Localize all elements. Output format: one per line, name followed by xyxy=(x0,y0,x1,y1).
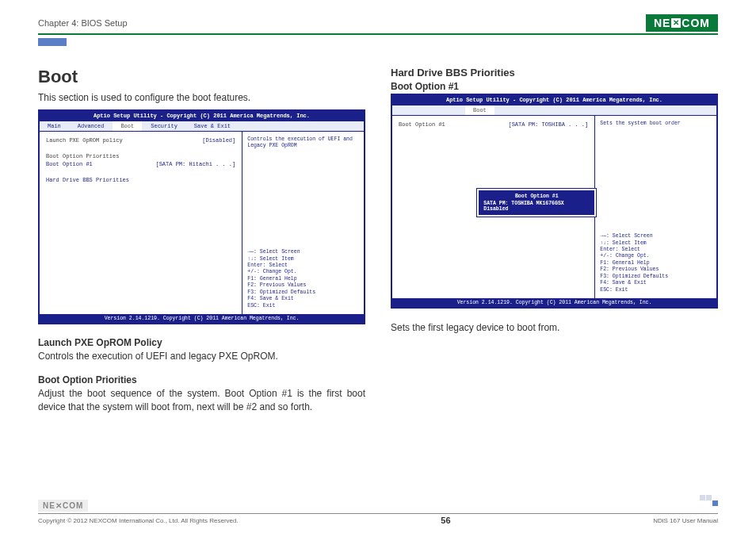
subsection-desc: Sets the first legacy device to boot fro… xyxy=(391,321,718,335)
bios-footer: Version 2.14.1219. Copyright (C) 2011 Am… xyxy=(40,314,364,323)
bios-tab-boot[interactable]: Boot xyxy=(113,121,143,131)
bios-screenshot-bbs: Aptio Setup Utility - Copyright (C) 2011… xyxy=(391,94,718,309)
bios-option[interactable]: Boot Option #1 xyxy=(399,121,445,128)
bios-popup[interactable]: Boot Option #1 SATA PM: TOSHIBA MK1676GS… xyxy=(477,189,596,217)
bios-tab-advanced[interactable]: Advanced xyxy=(70,121,113,131)
logo-x-icon: ✕ xyxy=(671,18,681,28)
copyright-text: Copyright © 2012 NEXCOM International Co… xyxy=(38,517,239,524)
bios-screenshot-boot: Aptio Setup Utility - Copyright (C) 2011… xyxy=(38,109,365,324)
subsection-desc: Adjust the boot sequence of the system. … xyxy=(38,387,365,414)
bios-value: [Disabled] xyxy=(202,137,235,144)
bios-tabs: Boot xyxy=(392,105,716,116)
key-hint: ↑↓: Select Item xyxy=(600,240,712,247)
key-hint: +/-: Change Opt. xyxy=(600,253,712,259)
subsection-title: Launch PXE OpROM Policy xyxy=(38,337,365,348)
bios-options-pane: Launch PXE OpROM policy[Disabled] Boot O… xyxy=(40,132,242,314)
key-hint: F4: Save & Exit xyxy=(247,296,359,302)
key-hint: F4: Save & Exit xyxy=(600,280,712,286)
page-footer: NE✕COM Copyright © 2012 NEXCOM Internati… xyxy=(38,500,718,525)
bios-key-legend: →←: Select Screen ↑↓: Select Item Enter:… xyxy=(600,233,712,293)
bios-tab-main[interactable]: Main xyxy=(40,121,70,131)
manual-name: NDiS 167 User Manual xyxy=(653,517,718,524)
bios-tab-security[interactable]: Security xyxy=(143,121,186,131)
footer-logo: NE✕COM xyxy=(38,500,88,512)
bios-value: [SATA PM: TOSHIBA . . .] xyxy=(508,121,588,128)
bios-options-pane: Boot Option #1[SATA PM: TOSHIBA . . .] B… xyxy=(392,116,595,298)
section-intro: This section is used to configure the bo… xyxy=(38,92,365,103)
bios-title: Aptio Setup Utility - Copyright (C) 2011… xyxy=(40,111,364,121)
key-hint: F3: Optimized Defaults xyxy=(247,290,359,296)
chapter-label: Chapter 4: BIOS Setup xyxy=(38,18,128,28)
key-hint: F2: Previous Values xyxy=(247,282,359,289)
key-hint: ESC: Exit xyxy=(247,303,359,309)
logo-text: NE xyxy=(654,17,670,29)
logo-text: NE xyxy=(43,501,55,510)
key-hint: ESC: Exit xyxy=(600,287,712,293)
key-hint: F1: General Help xyxy=(600,260,712,266)
bios-heading: Boot Option Priorities xyxy=(46,153,119,159)
left-column: Boot This section is used to configure t… xyxy=(38,67,365,424)
key-hint: Enter: Select xyxy=(247,263,359,269)
key-hint: →←: Select Screen xyxy=(600,233,712,240)
bios-title: Aptio Setup Utility - Copyright (C) 2011… xyxy=(392,95,716,105)
subsection-title: Boot Option Priorities xyxy=(38,374,365,385)
key-hint: F3: Optimized Defaults xyxy=(600,274,712,280)
bios-tab-save-exit[interactable]: Save & Exit xyxy=(186,121,239,131)
key-hint: →←: Select Screen xyxy=(247,249,359,255)
section-title: Hard Drive BBS Priorities xyxy=(391,67,718,79)
popup-title: Boot Option #1 xyxy=(483,194,590,199)
accent-tab xyxy=(38,38,67,46)
bios-help-pane: Controls the execution of UEFI and Legac… xyxy=(242,132,364,314)
logo-text: COM xyxy=(63,501,83,510)
brand-logo: NE✕COM xyxy=(646,14,718,32)
logo-text: COM xyxy=(682,17,710,29)
bios-option[interactable]: Launch PXE OpROM policy xyxy=(46,137,123,144)
bios-option[interactable]: Hard Drive BBS Priorities xyxy=(46,177,129,183)
bios-footer: Version 2.14.1219. Copyright (C) 2011 Am… xyxy=(392,298,716,307)
popup-option[interactable]: Disabled xyxy=(483,206,590,212)
bios-help-pane: Sets the system boot order →←: Select Sc… xyxy=(595,116,716,298)
key-hint: Enter: Select xyxy=(600,247,712,253)
key-hint: F1: General Help xyxy=(247,276,359,282)
key-hint: +/-: Change Opt. xyxy=(247,269,359,275)
popup-option[interactable]: SATA PM: TOSHIBA MK1676GSX xyxy=(483,201,590,206)
page-number: 56 xyxy=(441,516,450,525)
key-hint: F2: Previous Values xyxy=(600,266,712,273)
right-column: Hard Drive BBS Priorities Boot Option #1… xyxy=(391,67,718,424)
footer-rule xyxy=(38,513,718,514)
subsection-title: Boot Option #1 xyxy=(391,81,718,92)
bios-key-legend: →←: Select Screen ↑↓: Select Item Enter:… xyxy=(247,249,359,309)
bios-tab-boot[interactable]: Boot xyxy=(465,105,495,115)
bios-help-text: Sets the system boot order xyxy=(600,121,712,127)
bios-tabs: Main Advanced Boot Security Save & Exit xyxy=(40,121,364,132)
section-title: Boot xyxy=(38,67,365,87)
bios-option[interactable]: Boot Option #1 xyxy=(46,161,93,167)
bios-help-text: Controls the execution of UEFI and Legac… xyxy=(247,136,359,150)
header-rule xyxy=(38,33,718,35)
subsection-desc: Controls the execution of UEFI and legac… xyxy=(38,350,365,363)
bios-value: [SATA PM: Hitachi . . .] xyxy=(155,161,235,167)
decorative-squares xyxy=(700,495,718,506)
key-hint: ↑↓: Select Item xyxy=(247,256,359,263)
